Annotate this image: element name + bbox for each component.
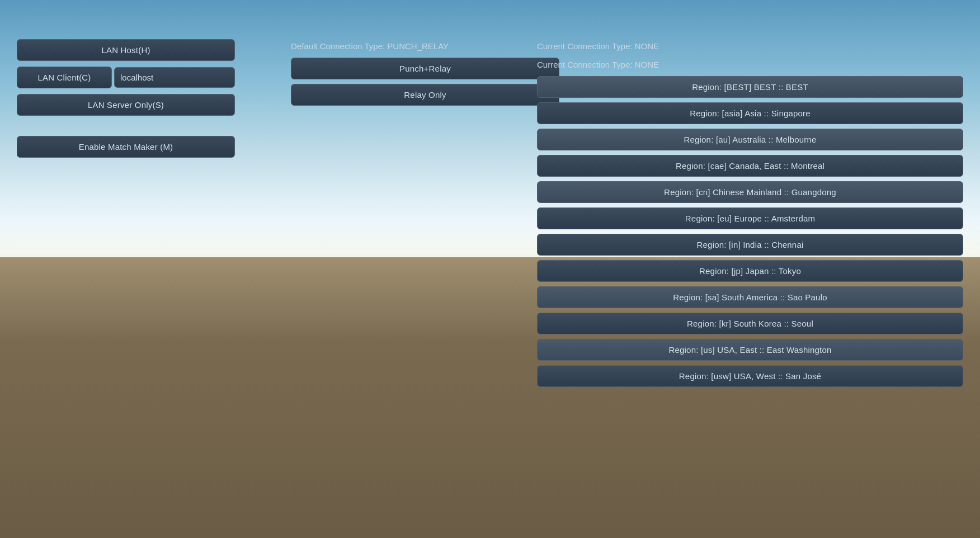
region-button-best[interactable]: Region: [BEST] BEST :: BEST <box>537 76 963 98</box>
lan-client-input[interactable] <box>114 67 235 88</box>
lan-client-button[interactable]: LAN Client(C) <box>17 67 112 88</box>
region-button-asia[interactable]: Region: [asia] Asia :: Singapore <box>537 102 963 124</box>
center-column: Default Connection Type: PUNCH_RELAY Pun… <box>235 34 526 504</box>
region-button-in[interactable]: Region: [in] India :: Chennai <box>537 234 963 256</box>
punch-relay-button[interactable]: Punch+Relay <box>291 58 559 79</box>
region-button-sa[interactable]: Region: [sa] South America :: Sao Paulo <box>537 286 963 308</box>
enable-matchmaker-button[interactable]: Enable Match Maker (M) <box>17 136 235 158</box>
region-button-kr[interactable]: Region: [kr] South Korea :: Seoul <box>537 313 963 334</box>
region-button-usw[interactable]: Region: [usw] USA, West :: San José <box>537 365 963 387</box>
region-button-us[interactable]: Region: [us] USA, East :: East Washingto… <box>537 339 963 361</box>
region-button-jp[interactable]: Region: [jp] Japan :: Tokyo <box>537 260 963 282</box>
region-button-au[interactable]: Region: [au] Australia :: Melbourne <box>537 129 963 150</box>
region-button-cn[interactable]: Region: [cn] Chinese Mainland :: Guangdo… <box>537 181 963 203</box>
spacer-1 <box>17 121 235 130</box>
relay-only-button[interactable]: Relay Only <box>291 84 559 106</box>
current-connection-type-1: Current Connection Type: NONE <box>537 39 963 53</box>
lan-host-button[interactable]: LAN Host(H) <box>17 39 235 61</box>
default-connection-type-label: Default Connection Type: PUNCH_RELAY <box>291 39 526 53</box>
current-connection-type-2: Current Connection Type: NONE <box>537 58 963 72</box>
region-button-eu[interactable]: Region: [eu] Europe :: Amsterdam <box>537 207 963 229</box>
lan-server-only-button[interactable]: LAN Server Only(S) <box>17 94 235 116</box>
region-button-cae[interactable]: Region: [cae] Canada, East :: Montreal <box>537 155 963 177</box>
right-column: Current Connection Type: NONE Current Co… <box>526 34 963 504</box>
left-column: LAN Host(H) LAN Client(C) LAN Server Onl… <box>17 34 235 504</box>
lan-client-row: LAN Client(C) <box>17 67 235 88</box>
